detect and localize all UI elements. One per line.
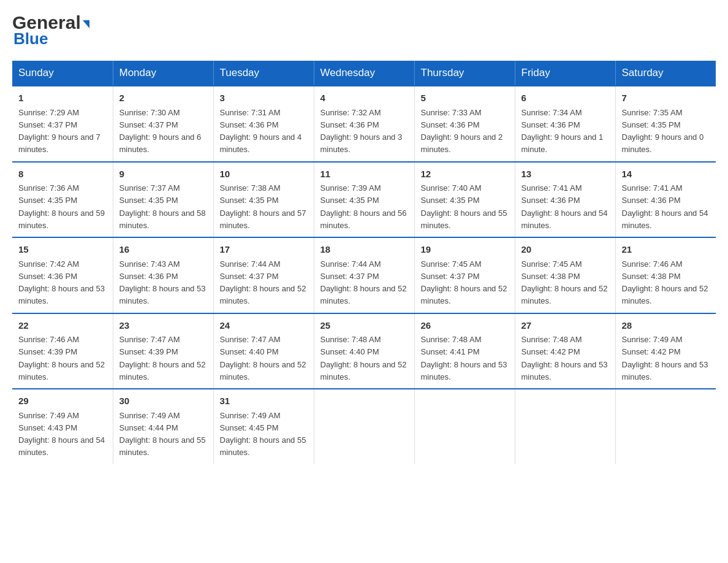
day-number: 27 xyxy=(521,319,609,333)
weekday-header-wednesday: Wednesday xyxy=(314,61,414,86)
sunset-info: Sunset: 4:36 PM xyxy=(421,120,480,129)
calendar-cell: 6 Sunrise: 7:34 AM Sunset: 4:36 PM Dayli… xyxy=(515,86,615,162)
calendar-week-row: 8 Sunrise: 7:36 AM Sunset: 4:35 PM Dayli… xyxy=(12,162,716,238)
calendar-cell: 14 Sunrise: 7:41 AM Sunset: 4:36 PM Dayl… xyxy=(615,162,716,238)
calendar-table: SundayMondayTuesdayWednesdayThursdayFrid… xyxy=(12,61,716,464)
calendar-cell: 27 Sunrise: 7:48 AM Sunset: 4:42 PM Dayl… xyxy=(515,313,615,389)
sunrise-info: Sunrise: 7:41 AM xyxy=(521,183,582,193)
logo-blue-text: Blue xyxy=(13,29,48,48)
day-number: 14 xyxy=(622,167,710,182)
daylight-info: Daylight: 8 hours and 55 minutes. xyxy=(119,435,206,457)
calendar-cell: 1 Sunrise: 7:29 AM Sunset: 4:37 PM Dayli… xyxy=(12,86,113,162)
day-number: 7 xyxy=(622,91,710,105)
sunset-info: Sunset: 4:38 PM xyxy=(622,272,681,281)
daylight-info: Daylight: 9 hours and 3 minutes. xyxy=(320,132,403,154)
calendar-cell: 29 Sunrise: 7:49 AM Sunset: 4:43 PM Dayl… xyxy=(12,389,113,464)
sunrise-info: Sunrise: 7:40 AM xyxy=(421,183,482,193)
calendar-cell: 3 Sunrise: 7:31 AM Sunset: 4:36 PM Dayli… xyxy=(213,86,314,162)
day-number: 22 xyxy=(18,319,107,333)
weekday-header-sunday: Sunday xyxy=(12,61,113,86)
calendar-cell: 22 Sunrise: 7:46 AM Sunset: 4:39 PM Dayl… xyxy=(12,313,113,389)
calendar-cell: 24 Sunrise: 7:47 AM Sunset: 4:40 PM Dayl… xyxy=(213,313,314,389)
sunrise-info: Sunrise: 7:29 AM xyxy=(18,108,79,117)
sunrise-info: Sunrise: 7:48 AM xyxy=(521,335,582,344)
day-number: 9 xyxy=(119,167,207,182)
daylight-info: Daylight: 8 hours and 53 minutes. xyxy=(421,360,507,381)
daylight-info: Daylight: 9 hours and 6 minutes. xyxy=(119,132,202,154)
daylight-info: Daylight: 8 hours and 54 minutes. xyxy=(521,209,608,230)
weekday-header-tuesday: Tuesday xyxy=(213,61,314,86)
calendar-cell xyxy=(414,389,515,464)
day-number: 15 xyxy=(18,243,107,257)
daylight-info: Daylight: 8 hours and 52 minutes. xyxy=(18,360,105,381)
daylight-info: Daylight: 8 hours and 59 minutes. xyxy=(18,209,105,230)
sunset-info: Sunset: 4:35 PM xyxy=(119,196,178,205)
sunset-info: Sunset: 4:38 PM xyxy=(521,272,580,281)
day-number: 25 xyxy=(320,319,408,333)
weekday-header-friday: Friday xyxy=(515,61,615,86)
sunset-info: Sunset: 4:45 PM xyxy=(220,423,279,432)
daylight-info: Daylight: 8 hours and 56 minutes. xyxy=(320,209,407,230)
calendar-cell: 28 Sunrise: 7:49 AM Sunset: 4:42 PM Dayl… xyxy=(615,313,716,389)
day-number: 13 xyxy=(521,167,609,182)
daylight-info: Daylight: 8 hours and 57 minutes. xyxy=(220,209,306,230)
daylight-info: Daylight: 8 hours and 52 minutes. xyxy=(521,284,608,305)
calendar-cell: 21 Sunrise: 7:46 AM Sunset: 4:38 PM Dayl… xyxy=(615,237,716,313)
sunrise-info: Sunrise: 7:45 AM xyxy=(521,259,582,269)
calendar-week-row: 22 Sunrise: 7:46 AM Sunset: 4:39 PM Dayl… xyxy=(12,313,716,389)
daylight-info: Daylight: 8 hours and 52 minutes. xyxy=(421,284,507,305)
calendar-cell xyxy=(515,389,615,464)
sunrise-info: Sunrise: 7:34 AM xyxy=(521,108,582,117)
day-number: 17 xyxy=(220,243,308,257)
daylight-info: Daylight: 8 hours and 58 minutes. xyxy=(119,209,206,230)
daylight-info: Daylight: 8 hours and 52 minutes. xyxy=(220,284,306,305)
sunrise-info: Sunrise: 7:39 AM xyxy=(320,183,381,193)
daylight-info: Daylight: 9 hours and 7 minutes. xyxy=(18,132,100,154)
sunrise-info: Sunrise: 7:37 AM xyxy=(119,183,180,193)
sunrise-info: Sunrise: 7:49 AM xyxy=(119,411,180,420)
sunset-info: Sunset: 4:42 PM xyxy=(622,347,681,356)
calendar-week-row: 1 Sunrise: 7:29 AM Sunset: 4:37 PM Dayli… xyxy=(12,86,716,162)
daylight-info: Daylight: 9 hours and 1 minute. xyxy=(521,132,604,154)
sunset-info: Sunset: 4:37 PM xyxy=(119,120,178,129)
day-number: 4 xyxy=(320,91,408,105)
sunrise-info: Sunrise: 7:49 AM xyxy=(622,335,683,344)
sunset-info: Sunset: 4:41 PM xyxy=(421,347,480,356)
daylight-info: Daylight: 8 hours and 52 minutes. xyxy=(220,360,306,381)
day-number: 10 xyxy=(220,167,308,182)
day-number: 26 xyxy=(421,319,509,333)
sunrise-info: Sunrise: 7:43 AM xyxy=(119,259,180,269)
daylight-info: Daylight: 8 hours and 54 minutes. xyxy=(18,435,105,457)
sunset-info: Sunset: 4:44 PM xyxy=(119,423,178,432)
sunset-info: Sunset: 4:36 PM xyxy=(622,196,681,205)
sunset-info: Sunset: 4:35 PM xyxy=(421,196,480,205)
calendar-cell: 16 Sunrise: 7:43 AM Sunset: 4:36 PM Dayl… xyxy=(113,237,213,313)
daylight-info: Daylight: 8 hours and 55 minutes. xyxy=(421,209,507,230)
calendar-cell: 10 Sunrise: 7:38 AM Sunset: 4:35 PM Dayl… xyxy=(213,162,314,238)
sunset-info: Sunset: 4:35 PM xyxy=(220,196,279,205)
day-number: 30 xyxy=(119,394,207,408)
calendar-cell xyxy=(314,389,414,464)
sunset-info: Sunset: 4:36 PM xyxy=(220,120,279,129)
sunset-info: Sunset: 4:35 PM xyxy=(622,120,681,129)
sunset-info: Sunset: 4:36 PM xyxy=(521,196,580,205)
sunset-info: Sunset: 4:35 PM xyxy=(18,196,77,205)
sunrise-info: Sunrise: 7:31 AM xyxy=(220,108,281,117)
calendar-cell: 17 Sunrise: 7:44 AM Sunset: 4:37 PM Dayl… xyxy=(213,237,314,313)
sunrise-info: Sunrise: 7:42 AM xyxy=(18,259,79,269)
calendar-cell: 8 Sunrise: 7:36 AM Sunset: 4:35 PM Dayli… xyxy=(12,162,113,238)
sunset-info: Sunset: 4:36 PM xyxy=(18,272,77,281)
day-number: 24 xyxy=(220,319,308,333)
calendar-week-row: 15 Sunrise: 7:42 AM Sunset: 4:36 PM Dayl… xyxy=(12,237,716,313)
calendar-cell: 13 Sunrise: 7:41 AM Sunset: 4:36 PM Dayl… xyxy=(515,162,615,238)
daylight-info: Daylight: 8 hours and 54 minutes. xyxy=(622,209,708,230)
calendar-cell: 4 Sunrise: 7:32 AM Sunset: 4:36 PM Dayli… xyxy=(314,86,414,162)
calendar-week-row: 29 Sunrise: 7:49 AM Sunset: 4:43 PM Dayl… xyxy=(12,389,716,464)
sunrise-info: Sunrise: 7:41 AM xyxy=(622,183,683,193)
day-number: 19 xyxy=(421,243,509,257)
calendar-cell: 7 Sunrise: 7:35 AM Sunset: 4:35 PM Dayli… xyxy=(615,86,716,162)
sunset-info: Sunset: 4:35 PM xyxy=(320,196,379,205)
weekday-header-saturday: Saturday xyxy=(615,61,716,86)
weekday-header-monday: Monday xyxy=(113,61,213,86)
sunrise-info: Sunrise: 7:49 AM xyxy=(18,411,79,420)
